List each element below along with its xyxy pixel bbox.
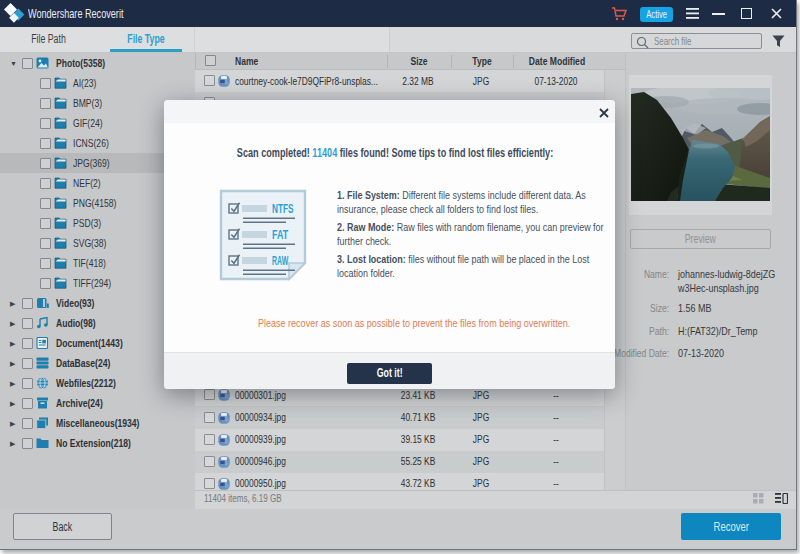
svg-text:RAW: RAW [272, 254, 288, 268]
svg-text:FAT: FAT [272, 228, 288, 242]
svg-text:NTFS: NTFS [272, 202, 294, 216]
